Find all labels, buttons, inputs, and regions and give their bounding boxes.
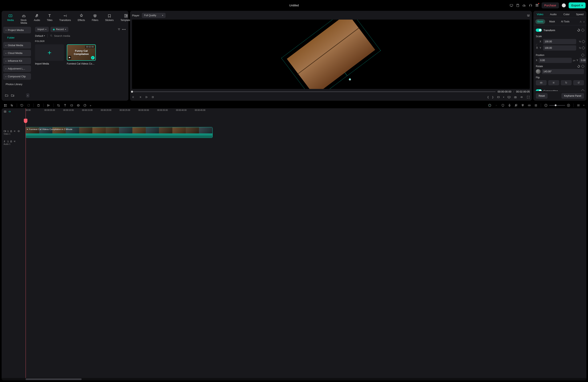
reset-rotate-icon[interactable]: [577, 65, 580, 68]
more-icon[interactable]: •••: [122, 28, 126, 31]
reset-transform-icon[interactable]: [577, 29, 580, 32]
position-keyframe[interactable]: [581, 54, 585, 57]
collapse-sidebar-button[interactable]: ‹: [26, 93, 29, 97]
lock-audio-icon[interactable]: [10, 140, 12, 143]
split-icon[interactable]: [47, 104, 50, 107]
record-button[interactable]: ◉Record▾: [50, 27, 68, 32]
subtab-more-icon[interactable]: ›: [584, 20, 584, 23]
view-options-icon[interactable]: [577, 104, 580, 107]
scale-x-keyframe[interactable]: [582, 40, 585, 43]
pos-y-input[interactable]: [579, 58, 587, 63]
track-collapse-icon[interactable]: [4, 110, 7, 113]
speed-icon[interactable]: [83, 104, 87, 107]
filter-icon[interactable]: [118, 28, 120, 31]
timeline-scrollbar[interactable]: [1, 378, 587, 381]
video-viewport[interactable]: [132, 19, 530, 89]
delete-icon[interactable]: [37, 104, 40, 107]
mark-out-icon[interactable]: }: [492, 96, 494, 99]
mute-audio-icon[interactable]: [14, 140, 16, 143]
video-clip[interactable]: ▸Funniest Cat Videos Compilation in 2 Mi…: [26, 127, 213, 138]
export-button[interactable]: Export▾: [568, 2, 586, 8]
zoom-out-icon[interactable]: [544, 104, 547, 107]
display-icon[interactable]: [510, 4, 513, 7]
quality-dropdown[interactable]: Full Quality▾: [142, 13, 166, 18]
compositing-toggle[interactable]: [536, 89, 542, 91]
sidebar-adjustment-layer[interactable]: ▸Adjustment L...: [3, 65, 31, 72]
shield-icon[interactable]: [501, 104, 504, 107]
scale-y-input[interactable]: [543, 45, 576, 51]
play-icon[interactable]: [145, 96, 148, 99]
sidebar-global-media[interactable]: ▸Global Media: [3, 42, 31, 49]
search-input[interactable]: Search media: [50, 34, 126, 37]
zoom-in-icon[interactable]: [567, 104, 570, 107]
scale-lock-icon[interactable]: [536, 47, 538, 49]
tab-titles[interactable]: Titles: [45, 13, 54, 25]
new-folder-icon[interactable]: [5, 94, 8, 97]
sidebar-compound-clip[interactable]: ▸Compound Clip: [3, 73, 31, 80]
more-tools-icon[interactable]: »: [90, 104, 91, 107]
purchase-button[interactable]: Purchase: [542, 2, 559, 8]
snapshot-icon[interactable]: [527, 14, 530, 17]
tab-filters[interactable]: Filters: [90, 13, 100, 25]
user-avatar[interactable]: [562, 3, 566, 7]
timeline-ruler[interactable]: 00:00 00:00:05:00 00:00:10:00 00:00:15:0…: [26, 108, 587, 115]
save-icon[interactable]: [516, 4, 520, 7]
scrub-bar[interactable]: [132, 91, 496, 92]
scale-y-keyframe[interactable]: [582, 46, 585, 50]
import-media-tile[interactable]: + Import Media: [35, 44, 64, 65]
flip-horizontal-button[interactable]: [536, 80, 546, 85]
crop-icon[interactable]: [57, 104, 60, 107]
subtab-mask[interactable]: Mask: [547, 19, 557, 24]
mute-track-icon[interactable]: [14, 130, 16, 133]
marker-dot-icon[interactable]: [495, 104, 498, 107]
tab-media[interactable]: Media: [6, 13, 15, 25]
prev-frame-icon[interactable]: [132, 96, 135, 99]
cloud-icon[interactable]: [522, 4, 526, 7]
insp-tab-speed[interactable]: Speed: [573, 11, 587, 18]
redo-icon[interactable]: [27, 104, 30, 107]
sort-dropdown[interactable]: Default▾: [35, 34, 45, 37]
rotate-handle[interactable]: [348, 78, 351, 81]
subtab-ai-tools[interactable]: AI Tools: [559, 19, 571, 24]
undo-icon[interactable]: [20, 104, 24, 107]
rotate-input[interactable]: [542, 69, 584, 74]
rotate-knob[interactable]: [536, 69, 541, 74]
crop-rect-icon[interactable]: [70, 104, 73, 107]
lock-track-icon[interactable]: [10, 130, 12, 133]
video-track-head[interactable]: 1 Video 1: [1, 129, 26, 136]
tab-transitions[interactable]: Transitions: [58, 13, 72, 25]
link-icon[interactable]: [528, 104, 531, 107]
mask-icon[interactable]: [77, 104, 80, 107]
compositing-keyframe[interactable]: [581, 89, 585, 91]
pos-x-input[interactable]: [539, 58, 572, 63]
display-mode-icon[interactable]: [507, 96, 511, 99]
insp-tab-color[interactable]: Color: [560, 11, 573, 18]
keyframe-panel-button[interactable]: Keyframe Panel: [561, 93, 584, 99]
rotate-ccw-button[interactable]: [561, 80, 572, 85]
text-icon[interactable]: [63, 104, 67, 107]
camera-icon[interactable]: [514, 96, 517, 99]
subtab-basic[interactable]: Basic: [535, 19, 545, 24]
tab-effects[interactable]: Effects: [76, 13, 87, 25]
marker-icon[interactable]: [534, 104, 538, 107]
rotate-keyframe[interactable]: [581, 65, 585, 68]
next-frame-icon[interactable]: [138, 96, 142, 99]
media-clip-tile[interactable]: 00:02:00 Funny Cat Compilation ✓ Funnies…: [67, 44, 96, 65]
volume-icon[interactable]: [520, 96, 524, 99]
transform-keyframe[interactable]: [581, 29, 585, 32]
tab-audio[interactable]: Audio: [32, 13, 42, 25]
visibility-icon[interactable]: [17, 130, 20, 133]
sidebar-project-media[interactable]: ▾Project Media: [3, 27, 31, 33]
zoom-slider[interactable]: [549, 105, 565, 106]
apps-icon[interactable]: [535, 3, 539, 7]
tab-stickers[interactable]: Stickers: [104, 13, 115, 25]
ratio-icon[interactable]: [497, 96, 500, 99]
reset-button[interactable]: Reset: [536, 93, 547, 99]
support-icon[interactable]: [529, 4, 532, 7]
fullscreen-icon[interactable]: [526, 96, 530, 99]
audio-track-head[interactable]: 1 Audio 1: [1, 139, 26, 146]
track-link-icon[interactable]: [8, 110, 11, 113]
flip-vertical-button[interactable]: [548, 80, 559, 85]
music-icon[interactable]: [514, 104, 518, 107]
new-bin-icon[interactable]: [11, 94, 14, 97]
